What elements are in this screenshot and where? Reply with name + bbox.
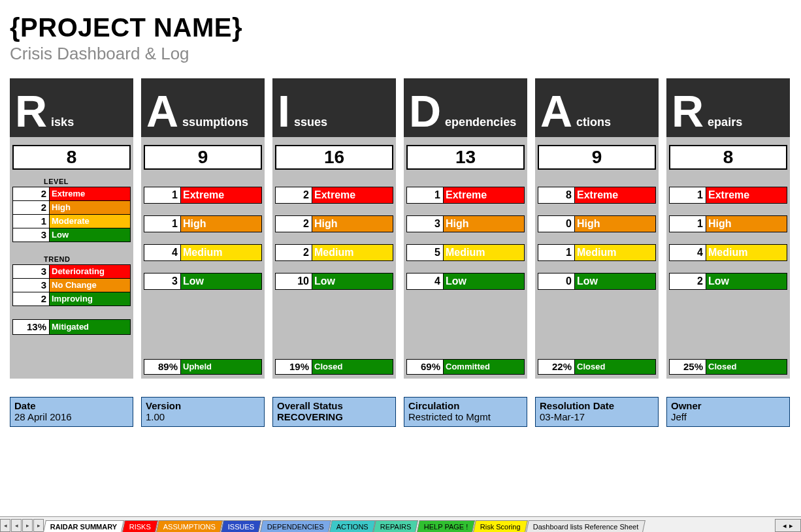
meta-box-circulation: CirculationRestricted to Mgmt xyxy=(404,397,527,427)
column-word: isks xyxy=(51,116,74,131)
status-label: Closed xyxy=(312,360,393,374)
tab-nav-first[interactable]: ◂ xyxy=(0,519,10,532)
stat-count: 3 xyxy=(407,216,444,232)
stat-label: High xyxy=(181,216,261,232)
stat-row: 10Low xyxy=(275,273,393,290)
status-percent: 22% xyxy=(538,360,575,374)
meta-box-date: Date28 April 2016 xyxy=(10,397,133,427)
meta-label: Version xyxy=(146,400,260,411)
stat-label: Medium xyxy=(444,245,524,260)
stat-row: 0High xyxy=(538,215,656,232)
stat-count: 4 xyxy=(670,245,706,260)
stat-count: 0 xyxy=(538,274,575,289)
stat-count: 2 xyxy=(276,216,312,232)
trend-row: 3No Change xyxy=(12,279,131,292)
stat-label: Extreme xyxy=(706,187,787,203)
stat-label: Medium xyxy=(312,245,393,260)
sheet-tab-repairs[interactable]: REPAIRS xyxy=(374,520,419,532)
level-label: Low xyxy=(50,228,130,242)
stat-label: Low xyxy=(181,274,261,289)
stat-row: 2Extreme xyxy=(275,187,393,204)
column-total: 13 xyxy=(406,145,525,170)
tab-nav-prev[interactable]: ◂ xyxy=(11,519,22,532)
column-letter: A xyxy=(540,93,572,131)
stat-count: 2 xyxy=(276,245,312,260)
stat-label: Low xyxy=(444,274,524,289)
column-total: 8 xyxy=(12,145,131,170)
tab-nav-next[interactable]: ▸ xyxy=(22,519,33,532)
status-row: 22%Closed xyxy=(538,359,656,375)
trend-row: 3Deteriorating xyxy=(12,264,131,279)
stat-count: 1 xyxy=(144,216,181,232)
sheet-tab-raidar-summary[interactable]: RAIDAR SUMMARY xyxy=(43,520,124,532)
stat-count: 1 xyxy=(670,216,706,232)
meta-value: Restricted to Mgmt xyxy=(408,411,523,422)
column-word: ssues xyxy=(294,116,327,131)
stat-label: Low xyxy=(312,274,393,289)
stat-row: 1High xyxy=(669,215,787,232)
status-row: 89%Upheld xyxy=(144,359,262,375)
stat-count: 4 xyxy=(144,245,181,260)
column-total: 8 xyxy=(669,145,787,170)
level-heading: LEVEL xyxy=(12,176,131,187)
level-row: 1Moderate xyxy=(12,215,131,228)
trend-label: No Change xyxy=(50,279,130,292)
tab-scroll-right[interactable]: ◂ ▸ xyxy=(775,519,801,532)
stat-count: 10 xyxy=(276,274,312,289)
column-letter: A xyxy=(146,93,178,131)
meta-label: Date xyxy=(14,400,129,411)
column-header: Issues xyxy=(272,78,396,137)
status-percent: 69% xyxy=(407,360,444,374)
level-count: 2 xyxy=(13,201,50,214)
stat-label: Medium xyxy=(575,245,655,260)
level-row: 3Low xyxy=(12,228,131,242)
tab-nav-last[interactable]: ▸ xyxy=(33,519,44,532)
sheet-tab-issues[interactable]: ISSUES xyxy=(221,520,261,532)
status-label: Closed xyxy=(706,360,787,374)
status-label: Upheld xyxy=(181,360,261,374)
column-word: epairs xyxy=(708,116,742,131)
status-row: 69%Committed xyxy=(406,359,525,375)
column-assumptions: Assumptions91Extreme1High4Medium3Low89%U… xyxy=(141,78,265,379)
status-percent: 25% xyxy=(670,360,706,374)
stat-count: 1 xyxy=(670,187,706,203)
column-header: Repairs xyxy=(666,78,790,137)
stat-label: High xyxy=(706,216,787,232)
stat-row: 1High xyxy=(144,215,262,232)
sheet-tab-dependencies[interactable]: DEPENDENCIES xyxy=(260,520,331,532)
stat-label: Extreme xyxy=(575,187,655,203)
column-letter: R xyxy=(15,93,47,131)
trend-count: 2 xyxy=(13,292,50,305)
stat-label: Extreme xyxy=(444,187,524,203)
sheet-tab-dashboard-lists-reference-sheet[interactable]: Dashboard lists Reference Sheet xyxy=(526,520,646,532)
status-row: 19%Closed xyxy=(275,359,393,375)
stat-label: High xyxy=(312,216,393,232)
stat-row: 8Extreme xyxy=(538,187,656,204)
status-percent: 89% xyxy=(144,360,181,374)
stat-label: High xyxy=(444,216,524,232)
stat-row: 1Medium xyxy=(538,244,656,261)
stat-row: 2Medium xyxy=(275,244,393,261)
column-letter: D xyxy=(409,93,441,131)
sheet-tab-risk-scoring[interactable]: Risk Scoring xyxy=(473,520,528,532)
status-row: 13%Mitigated xyxy=(12,319,131,335)
status-label: Committed xyxy=(444,360,524,374)
sheet-tab-help-page-[interactable]: HELP PAGE ! xyxy=(417,520,475,532)
sheet-tab-actions[interactable]: ACTIONS xyxy=(329,520,376,532)
column-total: 9 xyxy=(144,145,262,170)
stat-count: 5 xyxy=(407,245,444,260)
column-repairs: Repairs81Extreme1High4Medium2Low25%Close… xyxy=(666,78,790,379)
meta-box-resolution-date: Resolution Date03-Mar-17 xyxy=(535,397,659,427)
sheet-tab-risks[interactable]: RISKS xyxy=(122,520,158,532)
stat-row: 4Medium xyxy=(144,244,262,261)
sheet-tab-assumptions[interactable]: ASSUMPTIONS xyxy=(156,520,223,532)
project-title: {PROJECT NAME} xyxy=(10,13,791,42)
stat-label: Low xyxy=(706,274,787,289)
column-word: ctions xyxy=(576,116,611,131)
stat-label: Extreme xyxy=(181,187,261,203)
stat-count: 1 xyxy=(538,245,575,260)
stat-count: 4 xyxy=(407,274,444,289)
level-row: 2Extreme xyxy=(12,187,131,201)
column-letter: R xyxy=(672,93,704,131)
stat-label: Low xyxy=(575,274,655,289)
